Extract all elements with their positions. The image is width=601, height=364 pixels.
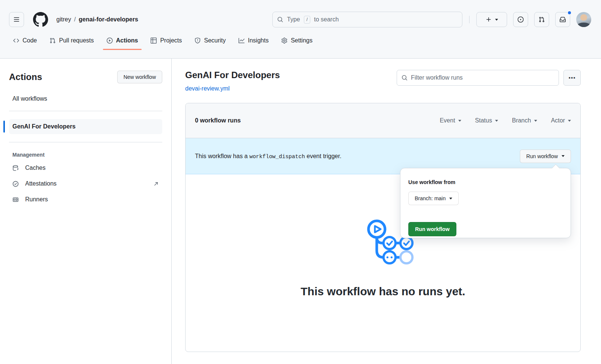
tab-code[interactable]: Code — [9, 29, 41, 51]
actions-sidebar: Actions New workflow All workflows GenAI… — [0, 59, 172, 364]
tab-settings[interactable]: Settings — [278, 29, 316, 51]
verified-icon — [12, 181, 19, 187]
sidebar-item-runners[interactable]: Runners — [9, 192, 162, 207]
chevron-down-icon — [562, 155, 565, 159]
header-divider — [469, 16, 470, 23]
chevron-down-icon — [568, 120, 571, 123]
pull-request-icon — [539, 17, 545, 23]
search-placeholder-suffix: to search — [314, 16, 339, 23]
branch-select-label: Branch: main — [415, 195, 445, 201]
sidebar-divider — [9, 111, 162, 111]
search-icon — [402, 75, 408, 81]
workflow-runs-count: 0 workflow runs — [195, 117, 241, 124]
sidebar-item-attestations[interactable]: Attestations — [9, 176, 162, 192]
sidebar-item-label: Runners — [25, 196, 48, 203]
search-placeholder-prefix: Type — [287, 16, 300, 23]
workflow-file-link[interactable]: devai-review.yml — [185, 85, 230, 92]
kebab-icon: ⋯ — [568, 74, 576, 82]
tab-label: Security — [204, 37, 226, 44]
selected-workflow-label: GenAI For Developers — [12, 123, 76, 130]
avatar[interactable] — [576, 12, 591, 27]
breadcrumb: gitrey / genai-for-developers — [56, 16, 138, 23]
sidebar-item-genai-for-developers[interactable]: GenAI For Developers — [9, 119, 162, 134]
run-workflow-dropdown-button[interactable]: Run workflow — [520, 150, 571, 163]
page-title: GenAI For Developers — [185, 70, 280, 80]
chevron-down-icon — [534, 120, 537, 123]
top-header: gitrey / genai-for-developers Type / to … — [0, 0, 601, 59]
sidebar-title: Actions — [9, 72, 42, 82]
github-logo[interactable] — [33, 12, 48, 27]
tab-label: Pull requests — [59, 37, 94, 44]
banner-text: This workflow has a workflow_dispatch ev… — [195, 153, 341, 160]
kebab-menu-button[interactable]: ⋯ — [563, 70, 581, 86]
tab-label: Actions — [116, 37, 138, 44]
status-filter-dropdown[interactable]: Status — [475, 117, 498, 124]
banner-text-before: This workflow has a — [195, 153, 249, 159]
sidebar-item-label: Caches — [25, 165, 45, 171]
repo-nav-tabs: Code Pull requests Actions Projects Secu… — [0, 29, 601, 51]
filter-workflow-runs-box — [397, 70, 559, 86]
gear-icon — [281, 38, 287, 44]
run-workflow-submit-button[interactable]: Run workflow — [408, 222, 456, 236]
global-search-input[interactable]: Type / to search — [272, 12, 462, 27]
branch-filter-dropdown[interactable]: Branch — [512, 117, 537, 124]
chevron-down-icon — [449, 198, 452, 201]
filter-label: Status — [475, 117, 492, 124]
tab-projects[interactable]: Projects — [147, 29, 186, 51]
branch-select-button[interactable]: Branch: main — [408, 192, 459, 205]
code-icon — [13, 38, 19, 44]
banner-code: workflow_dispatch — [249, 154, 305, 160]
external-link-icon — [153, 181, 159, 187]
filter-workflow-runs-input[interactable] — [411, 74, 554, 81]
tab-actions[interactable]: Actions — [103, 29, 142, 51]
banner-text-after: event trigger. — [305, 153, 341, 159]
breadcrumb-owner[interactable]: gitrey — [56, 16, 71, 23]
tab-insights[interactable]: Insights — [235, 29, 272, 51]
breadcrumb-repo[interactable]: genai-for-developers — [79, 16, 138, 23]
chevron-down-icon — [495, 120, 498, 123]
tab-label: Insights — [248, 37, 269, 44]
selected-accent-bar — [3, 121, 5, 133]
actor-filter-dropdown[interactable]: Actor — [551, 117, 571, 124]
run-workflow-label: Run workflow — [526, 153, 558, 159]
tab-label: Settings — [291, 37, 313, 44]
shield-icon — [195, 38, 201, 44]
workflow-runs-box: 0 workflow runs Event Status Branch — [185, 103, 581, 352]
chevron-down-icon — [458, 120, 461, 123]
sidebar-item-caches[interactable]: Caches — [9, 160, 162, 176]
table-icon — [151, 38, 157, 44]
new-workflow-button[interactable]: New workflow — [117, 71, 162, 83]
event-filter-dropdown[interactable]: Event — [440, 117, 461, 124]
tab-label: Code — [23, 37, 37, 44]
issues-button[interactable] — [513, 12, 528, 27]
create-new-button[interactable] — [476, 12, 507, 27]
panel-heading: Use workflow from — [408, 179, 563, 185]
search-icon — [277, 17, 283, 23]
plus-icon — [486, 17, 492, 23]
sidebar-divider — [9, 142, 162, 142]
chevron-down-icon — [495, 19, 498, 22]
run-workflow-panel: Use workflow from Branch: main Run workf… — [400, 168, 571, 238]
breadcrumb-separator: / — [74, 16, 76, 23]
pull-request-icon — [50, 38, 56, 44]
runs-box-header: 0 workflow runs Event Status Branch — [186, 103, 580, 138]
tab-pull-requests[interactable]: Pull requests — [46, 29, 98, 51]
graph-icon — [239, 38, 245, 44]
management-section-title: Management — [12, 152, 159, 158]
slash-key-icon: / — [304, 16, 310, 24]
issue-opened-icon — [518, 17, 524, 23]
server-icon — [12, 196, 19, 203]
inbox-icon — [560, 17, 566, 23]
cache-icon — [12, 165, 19, 171]
filter-label: Branch — [512, 117, 531, 124]
sidebar-item-all-workflows[interactable]: All workflows — [9, 95, 162, 103]
tab-security[interactable]: Security — [191, 29, 230, 51]
hamburger-menu-button[interactable] — [9, 12, 24, 27]
play-circle-icon — [107, 38, 113, 44]
sidebar-item-label: Attestations — [25, 180, 57, 187]
empty-state-title: This workflow has no runs yet. — [186, 285, 580, 298]
notification-dot — [567, 11, 572, 15]
main-content: GenAI For Developers devai-review.yml ⋯ … — [172, 59, 601, 364]
pull-requests-button[interactable] — [534, 12, 549, 27]
filter-label: Event — [440, 117, 455, 124]
